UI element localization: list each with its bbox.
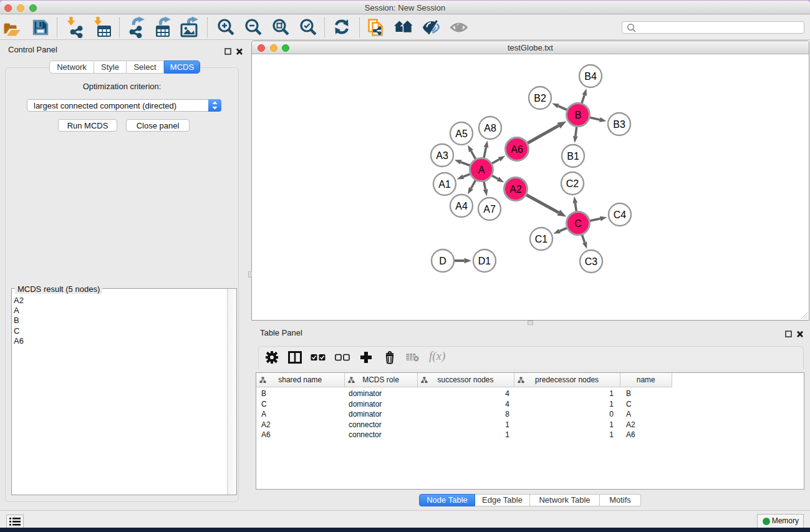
svg-text:D1: D1 <box>478 256 491 266</box>
svg-text:B2: B2 <box>534 93 546 104</box>
svg-text:B3: B3 <box>613 119 625 130</box>
svg-text:A4: A4 <box>455 201 468 211</box>
svg-text:D: D <box>439 256 446 266</box>
svg-text:B4: B4 <box>584 71 597 82</box>
svg-text:C1: C1 <box>535 234 548 244</box>
svg-text:A1: A1 <box>438 179 451 190</box>
svg-text:A7: A7 <box>483 204 496 215</box>
svg-text:C2: C2 <box>566 178 579 189</box>
svg-text:A3: A3 <box>436 150 448 161</box>
svg-text:A6: A6 <box>511 144 523 155</box>
svg-text:A: A <box>478 165 485 175</box>
svg-text:A8: A8 <box>484 123 496 133</box>
svg-text:C4: C4 <box>614 210 627 220</box>
svg-text:C: C <box>574 218 582 229</box>
svg-text:B: B <box>575 110 582 120</box>
svg-text:B1: B1 <box>567 151 579 162</box>
svg-text:A2: A2 <box>509 184 522 195</box>
svg-text:C3: C3 <box>585 256 598 267</box>
svg-text:A5: A5 <box>455 128 468 139</box>
